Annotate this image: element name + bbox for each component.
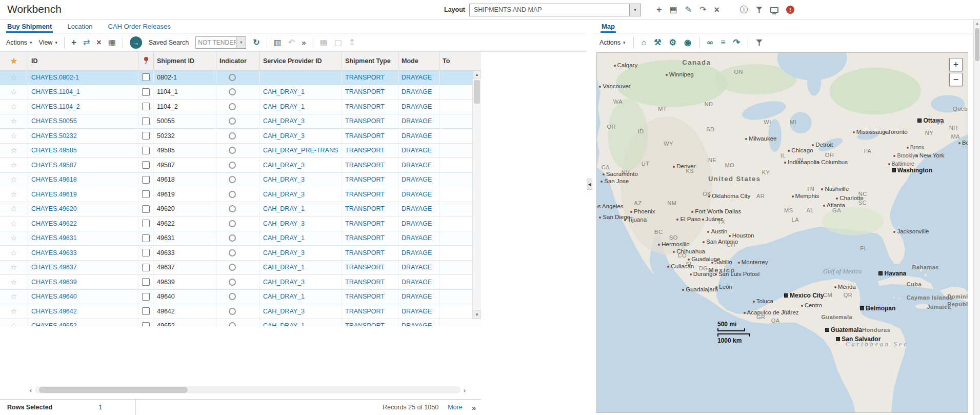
column-header-indicator[interactable]: Indicator xyxy=(216,52,260,70)
shipment-type-link[interactable]: TRANSPORT xyxy=(345,234,385,242)
scroll-left-button[interactable]: ‹ xyxy=(27,385,35,394)
collapse-panel-button[interactable]: ◀ xyxy=(587,179,592,190)
export-grid-icon[interactable]: ▥ xyxy=(274,38,282,47)
service-provider-link[interactable]: CAH_DRAY_3 xyxy=(263,117,305,125)
shipment-id-link[interactable]: CHAYES.49618 xyxy=(31,176,77,183)
mode-link[interactable]: DRAYAGE xyxy=(402,176,432,183)
service-provider-link[interactable]: CAH_DRAY_1 xyxy=(263,103,305,110)
favorite-icon[interactable]: ☆ xyxy=(10,278,17,287)
mode-link[interactable]: DRAYAGE xyxy=(402,234,432,242)
scroll-right-button[interactable]: › xyxy=(461,385,469,394)
mode-link[interactable]: DRAYAGE xyxy=(402,205,432,212)
table-row[interactable]: ☆ CHAYES.50055 50055 CAH_DRAY_3 TRANSPOR… xyxy=(0,114,481,129)
column-header-mode[interactable]: Mode xyxy=(398,52,439,70)
shipment-type-link[interactable]: TRANSPORT xyxy=(345,176,385,183)
shipment-id-link[interactable]: CHAYES.0802-1 xyxy=(31,74,79,81)
row-checkbox[interactable] xyxy=(142,205,150,213)
column-header-shipment-id[interactable]: Shipment ID xyxy=(154,52,216,70)
scrollbar-thumb[interactable] xyxy=(474,80,480,104)
monitor-icon[interactable] xyxy=(770,7,778,13)
row-checkbox[interactable] xyxy=(142,293,150,301)
service-provider-link[interactable]: CAH_DRAY_PRE-TRANS xyxy=(263,147,338,154)
close-icon[interactable]: × xyxy=(714,5,719,14)
table-row[interactable]: ☆ CHAYES.49652 49652 CAH_DRAY_1 TRANSPOR… xyxy=(0,319,481,327)
favorite-icon[interactable]: ☆ xyxy=(10,263,17,272)
table-row[interactable]: ☆ CHAYES.1104_2 1104_2 CAH_DRAY_1 TRANSP… xyxy=(0,100,481,114)
service-provider-link[interactable]: CAH_DRAY_1 xyxy=(263,88,305,95)
shipment-type-link[interactable]: TRANSPORT xyxy=(345,293,385,300)
shipment-type-link[interactable]: TRANSPORT xyxy=(345,132,385,140)
service-provider-link[interactable]: CAH_DRAY_3 xyxy=(263,220,305,227)
row-checkbox[interactable] xyxy=(142,249,150,256)
panel-splitter[interactable]: ◀ xyxy=(586,19,593,415)
service-provider-link[interactable]: CAH_DRAY_3 xyxy=(263,191,305,198)
service-provider-link[interactable]: CAH_DRAY_1 xyxy=(263,264,305,271)
shipment-type-link[interactable]: TRANSPORT xyxy=(345,279,385,286)
mode-link[interactable]: DRAYAGE xyxy=(402,264,432,271)
undo-icon[interactable]: ↶ xyxy=(288,38,295,47)
scrollbar-track[interactable] xyxy=(35,386,461,393)
mode-link[interactable]: DRAYAGE xyxy=(402,191,432,198)
service-provider-link[interactable]: CAH_DRAY_3 xyxy=(263,279,305,286)
row-checkbox[interactable] xyxy=(142,117,150,125)
mode-link[interactable]: DRAYAGE xyxy=(402,147,432,154)
row-checkbox[interactable] xyxy=(142,307,150,315)
shipment-id-link[interactable]: CHAYES.49640 xyxy=(31,293,77,300)
add-to-grid-icon[interactable]: ▦ xyxy=(108,38,116,47)
scrollbar-thumb[interactable] xyxy=(975,28,979,61)
shipment-type-link[interactable]: TRANSPORT xyxy=(345,88,385,95)
mode-link[interactable]: DRAYAGE xyxy=(402,279,432,286)
table-row[interactable]: ☆ CHAYES.49640 49640 CAH_DRAY_1 TRANSPOR… xyxy=(0,290,481,305)
table-row[interactable]: ☆ CHAYES.49619 49619 CAH_DRAY_3 TRANSPOR… xyxy=(0,187,481,202)
row-checkbox[interactable] xyxy=(142,161,150,169)
row-checkbox[interactable] xyxy=(142,234,150,242)
favorite-icon[interactable]: ☆ xyxy=(10,233,17,243)
service-provider-link[interactable]: CAH_DRAY_1 xyxy=(263,234,305,242)
mode-link[interactable]: DRAYAGE xyxy=(402,74,432,81)
column-header-service-provider[interactable]: Service Provider ID xyxy=(260,52,342,70)
row-checkbox[interactable] xyxy=(142,220,150,227)
layout-selector[interactable]: SHIPMENTS AND MAP ▾ xyxy=(469,4,641,16)
table-row[interactable]: ☆ CHAYES.49618 49618 CAH_DRAY_3 TRANSPOR… xyxy=(0,173,481,188)
shipment-id-link[interactable]: CHAYES.49622 xyxy=(31,220,77,227)
compare-icon[interactable]: ⇄ xyxy=(83,38,90,47)
grid-vertical-scrollbar[interactable]: ▲ ▼ xyxy=(472,70,481,319)
favorite-icon[interactable]: ☆ xyxy=(10,161,17,170)
table-row[interactable]: ☆ CHAYES.49637 49637 CAH_DRAY_1 TRANSPOR… xyxy=(0,261,481,275)
favorite-icon[interactable]: ☆ xyxy=(10,146,17,155)
table-row[interactable]: ☆ CHAYES.50232 50232 CAH_DRAY_3 TRANSPOR… xyxy=(0,129,481,144)
shipment-id-link[interactable]: CHAYES.49652 xyxy=(31,322,77,326)
column-header-pin[interactable] xyxy=(138,52,154,70)
shipment-id-link[interactable]: CHAYES.49642 xyxy=(31,308,77,315)
shipment-type-link[interactable]: TRANSPORT xyxy=(345,220,385,227)
shipment-type-link[interactable]: TRANSPORT xyxy=(345,191,385,198)
export-icon[interactable]: ↥ xyxy=(349,38,355,47)
shipment-id-link[interactable]: CHAYES.49631 xyxy=(31,234,77,242)
map-redo-icon[interactable]: ↷ xyxy=(733,38,740,47)
table-row[interactable]: ☆ CHAYES.49587 49587 CAH_DRAY_3 TRANSPOR… xyxy=(0,158,481,173)
mode-link[interactable]: DRAYAGE xyxy=(402,293,432,300)
shipment-type-link[interactable]: TRANSPORT xyxy=(345,308,385,315)
visibility-icon[interactable]: ◉ xyxy=(684,38,691,47)
table-row[interactable]: ☆ CHAYES.49585 49585 CAH_DRAY_PRE-TRANS … xyxy=(0,144,481,159)
row-checkbox[interactable] xyxy=(142,322,150,326)
table-row[interactable]: ☆ CHAYES.49620 49620 CAH_DRAY_1 TRANSPOR… xyxy=(0,202,481,217)
table-row[interactable]: ☆ CHAYES.49633 49633 CAH_DRAY_3 TRANSPOR… xyxy=(0,246,481,261)
layout-dropdown-button[interactable]: ▾ xyxy=(629,4,641,16)
map-canvas[interactable]: CanadaCalgaryWinnipegONVancouverWAMTNDQu… xyxy=(596,52,968,413)
mode-link[interactable]: DRAYAGE xyxy=(402,117,432,125)
tab-map[interactable]: Map xyxy=(601,21,616,33)
actions-menu[interactable]: Actions ▾ xyxy=(6,39,32,46)
measure-icon[interactable]: ∞ xyxy=(707,38,713,47)
footer-overflow-button[interactable]: » xyxy=(472,403,476,412)
row-checkbox[interactable] xyxy=(142,264,150,271)
view-menu[interactable]: View ▾ xyxy=(39,39,57,46)
mode-link[interactable]: DRAYAGE xyxy=(402,249,432,256)
favorite-icon[interactable]: ☆ xyxy=(10,116,17,126)
row-checkbox[interactable] xyxy=(142,88,150,96)
table-row[interactable]: ☆ CHAYES.49622 49622 CAH_DRAY_3 TRANSPOR… xyxy=(0,216,481,231)
more-link[interactable]: More xyxy=(448,404,462,411)
saved-search-dropdown-button[interactable]: ▾ xyxy=(236,36,246,49)
row-checkbox[interactable] xyxy=(142,132,150,140)
row-checkbox[interactable] xyxy=(142,176,150,184)
